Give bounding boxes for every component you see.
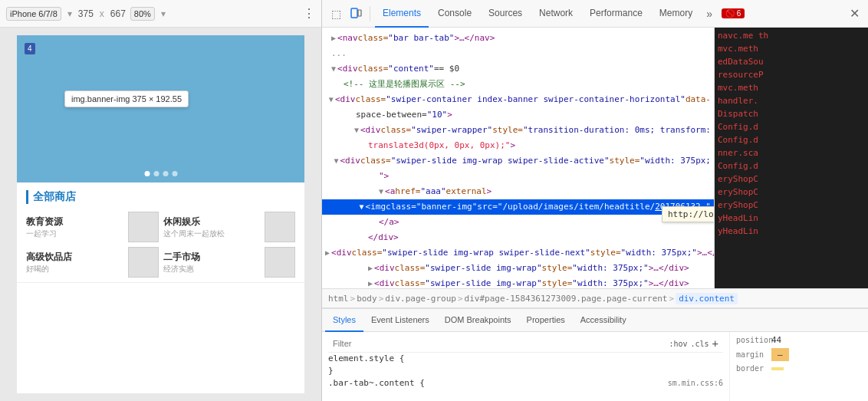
dom-line-content[interactable]: ▼ <div class= "content" == $0 xyxy=(322,61,714,77)
tag-close-slide: </div> xyxy=(368,231,399,245)
svg-rect-0 xyxy=(351,8,357,18)
hov-label[interactable]: :hov xyxy=(669,340,687,348)
device-select[interactable]: iPhone 6/7/8 xyxy=(6,7,61,21)
tag-slide-next-dots: >…</div> xyxy=(697,246,715,260)
banner-number: 4 xyxy=(25,43,35,54)
shop-grid: 教育资源 一起学习 休闲娱乐 这个周末一起放松 xyxy=(26,212,295,278)
attr-img-class-val: "banner-img" xyxy=(416,200,477,214)
shop-item-name-3: 高级饮品店 xyxy=(26,251,122,264)
dom-line-close-slide[interactable]: </div> xyxy=(322,230,714,245)
dom-line-slide-3[interactable]: ▶ <div class= "swiper-slide img-wrap" st… xyxy=(322,261,714,276)
tab-elements[interactable]: Elements xyxy=(375,0,429,28)
bc-page-current[interactable]: div#page-1584361273009.page.page-current xyxy=(465,294,668,304)
shop-item-drinks[interactable]: 高级饮品店 好喝的 xyxy=(26,247,159,278)
shop-item-img-3 xyxy=(128,247,159,278)
mobile-content: img.banner-img 375 × 192.55 4 全部商店 教育资源 xyxy=(0,28,321,401)
zoom-select[interactable]: 80% xyxy=(130,7,155,21)
expand-a-icon[interactable]: ▼ xyxy=(379,185,383,199)
shop-item-img-2 xyxy=(265,212,295,242)
src-tooltip: http://localhost:8080/upload/images/item… xyxy=(662,206,715,222)
shop-item-secondhand[interactable]: 二手市场 经济实惠 xyxy=(163,247,296,278)
bc-html[interactable]: html xyxy=(328,294,349,304)
dom-line-ellipsis[interactable]: ... xyxy=(322,46,714,61)
shop-item-name-4: 二手市场 xyxy=(163,251,259,264)
tag-wrapper-close: > xyxy=(510,139,515,153)
expand-icon[interactable]: ▶ xyxy=(331,31,336,45)
device-mode-icon[interactable] xyxy=(347,5,365,23)
css-selector-text: .bar-tab~.content { xyxy=(328,378,425,388)
dollar-zero: == $0 xyxy=(434,62,459,76)
tag-a-close: > xyxy=(487,185,492,199)
shop-item-education[interactable]: 教育资源 一起学习 xyxy=(26,212,159,242)
dom-line-comment[interactable]: <!-- 这里是轮播图展示区 --> xyxy=(322,77,714,92)
tab-console[interactable]: Console xyxy=(430,0,479,28)
devtools-panel: ⬚ Elements Console Sources Network Perfo… xyxy=(322,0,868,401)
banner-dot-4[interactable] xyxy=(172,171,177,176)
expand-slide3-icon[interactable]: ▶ xyxy=(368,261,373,275)
attr-slide4-style-val: "width: 375px;" xyxy=(572,277,648,288)
attr-href: href= xyxy=(395,185,420,199)
css-source[interactable]: sm.min.css:6 xyxy=(668,377,723,389)
bc-sep-1: > xyxy=(350,294,356,304)
tag-slide-next: <div xyxy=(331,246,352,260)
tab-sources[interactable]: Sources xyxy=(481,0,530,28)
expand-content-icon[interactable]: ▼ xyxy=(331,62,336,76)
dom-line-nav[interactable]: ▶ <nav class= "bar bar-tab" >…</nav> xyxy=(322,31,714,46)
dom-line-close-a[interactable]: </a> xyxy=(322,215,714,230)
cls-label[interactable]: .cls xyxy=(690,340,709,348)
attr-slide3-style: style= xyxy=(542,261,573,275)
dom-line-slide-close[interactable]: "> xyxy=(322,169,714,184)
more-tabs-icon[interactable]: » xyxy=(702,8,717,20)
style-tab-event[interactable]: Event Listeners xyxy=(363,309,437,332)
dom-line-a[interactable]: ▼ <a href= "aaa" external > xyxy=(322,184,714,199)
transform-val: translate3d(0px, 0px, 0px);" xyxy=(368,139,510,153)
banner-dot-1[interactable] xyxy=(144,171,150,176)
margin-value: – xyxy=(771,348,789,361)
style-tab-props[interactable]: Properties xyxy=(519,309,573,332)
banner-dot-2[interactable] xyxy=(153,171,159,176)
filter-input[interactable] xyxy=(333,339,666,348)
expand-img-icon[interactable]: ▼ xyxy=(360,200,364,214)
expand-swiper-icon[interactable]: ▼ xyxy=(329,93,334,107)
expand-slide4-icon[interactable]: ▶ xyxy=(368,277,373,288)
dom-line-swiper[interactable]: ▼ <div class= "swiper-container index-ba… xyxy=(322,92,714,107)
breadcrumb-bar: html > body > div.page-group > div#page-… xyxy=(322,288,868,308)
bc-body[interactable]: body xyxy=(357,294,377,304)
error-count: 6 xyxy=(737,9,741,18)
add-style-icon[interactable]: + xyxy=(712,337,718,350)
tab-network[interactable]: Network xyxy=(531,0,580,28)
svg-rect-1 xyxy=(358,10,361,16)
bc-page-group[interactable]: div.page-group xyxy=(385,294,456,304)
tag-div-content: <div xyxy=(337,62,358,76)
inspect-icon[interactable]: ⬚ xyxy=(327,5,345,23)
shop-item-name-2: 休闲娱乐 xyxy=(163,215,259,228)
dom-line-slide-active[interactable]: ▼ <div class= "swiper-slide img-wrap swi… xyxy=(322,153,714,169)
dom-line-slide-4[interactable]: ▶ <div class= "swiper-slide img-wrap" st… xyxy=(322,276,714,288)
attr-slide-next-style: style= xyxy=(590,246,621,260)
expand-slide-next-icon[interactable]: ▶ xyxy=(325,246,330,260)
attr-slide3-val: "swiper-slide img-wrap" xyxy=(425,261,541,275)
close-devtools-icon[interactable]: ✕ xyxy=(845,5,863,23)
style-tab-dom-bp[interactable]: DOM Breakpoints xyxy=(437,309,519,332)
dom-line-transform[interactable]: translate3d(0px, 0px, 0px);" > xyxy=(322,138,714,153)
banner-dot-3[interactable] xyxy=(163,171,168,176)
ellipsis-text: ... xyxy=(331,47,347,61)
tab-memory[interactable]: Memory xyxy=(652,0,700,28)
dom-line-wrapper[interactable]: ▼ <div class= "swiper-wrapper" style= "t… xyxy=(322,123,714,138)
style-tab-styles[interactable]: Styles xyxy=(325,309,363,332)
tag-div-wrapper: <div xyxy=(360,123,381,137)
tag-slide-gt: "> xyxy=(379,169,389,183)
log-line-14: eryShopC xyxy=(718,199,865,212)
shop-item-leisure[interactable]: 休闲娱乐 这个周末一起放松 xyxy=(163,212,296,242)
dom-line-img[interactable]: ▼ <img class= "banner-img" src= "/upload… xyxy=(322,199,714,215)
bc-content[interactable]: div.content xyxy=(676,293,738,304)
expand-wrapper-icon[interactable]: ▼ xyxy=(354,123,359,137)
dom-line-space[interactable]: space-between= "10" > xyxy=(322,107,714,123)
dom-line-slide-next[interactable]: ▶ <div class= "swiper-slide img-wrap swi… xyxy=(322,245,714,261)
devtools-bottom: Styles Event Listeners DOM Breakpoints P… xyxy=(322,308,868,401)
toolbar-more-icon[interactable]: ⋮ xyxy=(303,6,315,21)
expand-slide-icon[interactable]: ▼ xyxy=(334,154,338,168)
tab-performance[interactable]: Performance xyxy=(582,0,650,28)
attr-slide-next-val: "swiper-slide img-wrap swiper-slide-next… xyxy=(382,246,590,260)
style-tab-access[interactable]: Accessibility xyxy=(573,309,634,332)
